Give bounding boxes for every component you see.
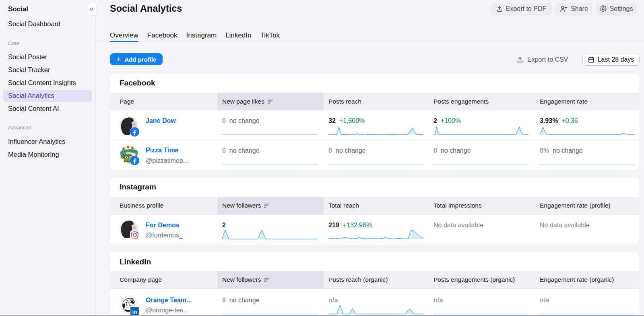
svg-text:in: in [132,309,137,315]
